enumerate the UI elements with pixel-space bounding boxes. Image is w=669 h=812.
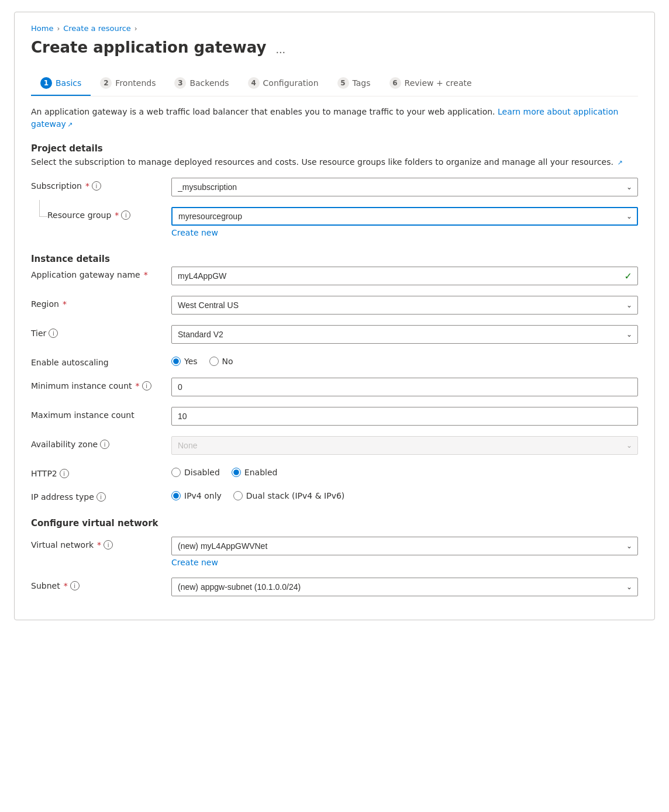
ip-ipv4-radio[interactable] [171,491,181,500]
subscription-info-icon[interactable]: i [92,181,101,191]
tab-configuration-number: 4 [248,77,260,89]
http2-enabled-option[interactable]: Enabled [232,468,278,477]
tab-backends[interactable]: 3 Backends [165,71,238,96]
gateway-name-input[interactable] [171,267,638,285]
subscription-label: Subscription * i [31,178,171,191]
http2-enabled-label: Enabled [244,468,278,477]
vnet-required: * [97,540,101,550]
http2-info-icon[interactable]: i [60,469,69,478]
breadcrumb: Home › Create a resource › [31,24,638,33]
http2-disabled-radio[interactable] [171,468,181,477]
tabs-container: 1 Basics 2 Frontends 3 Backends 4 Config… [31,71,638,96]
http2-enabled-radio[interactable] [232,468,241,477]
vnet-info-icon[interactable]: i [104,540,113,550]
region-label: Region * [31,296,171,309]
http2-radio-group: Disabled Enabled [171,465,638,477]
subnet-required: * [64,581,68,590]
autoscaling-radio-group: Yes No [171,354,638,366]
ip-dualstack-option[interactable]: Dual stack (IPv4 & IPv6) [233,491,344,500]
max-count-label: Maximum instance count [31,407,171,420]
subnet-control: (new) appgw-subnet (10.1.0.0/24) ⌄ [171,578,638,596]
ellipsis-button[interactable]: ... [272,42,289,57]
autoscaling-yes-label: Yes [184,357,198,366]
tab-review-label: Review + create [405,78,472,88]
tab-review-number: 6 [389,77,401,89]
instance-details-heading: Instance details [31,254,638,264]
tier-control: Standard V2 ⌄ [171,325,638,344]
tab-configuration-label: Configuration [263,78,319,88]
autoscaling-no-label: No [222,357,233,366]
min-count-control [171,378,638,396]
tab-frontends[interactable]: 2 Frontends [91,71,165,96]
ip-ipv4-option[interactable]: IPv4 only [171,491,222,500]
gateway-name-input-wrapper: ✓ [171,267,638,285]
http2-label: HTTP2 i [31,465,171,478]
ip-address-type-label: IP address type i [31,489,171,502]
tier-dropdown-wrapper: Standard V2 ⌄ [171,325,638,344]
availability-zone-info-icon[interactable]: i [100,440,109,449]
ip-address-type-info-icon[interactable]: i [96,492,106,502]
autoscaling-yes-option[interactable]: Yes [171,357,198,366]
tab-basics[interactable]: 1 Basics [31,71,91,96]
tab-basics-number: 1 [40,77,52,89]
ip-ipv4-label: IPv4 only [184,491,222,500]
min-count-input[interactable] [171,378,638,396]
resource-group-required: * [115,210,119,220]
autoscaling-no-radio[interactable] [209,357,219,366]
http2-disabled-label: Disabled [184,468,220,477]
tab-backends-label: Backends [189,78,229,88]
gateway-name-label: Application gateway name * [31,267,171,279]
resource-group-create-new[interactable]: Create new [171,228,638,237]
tier-info-icon[interactable]: i [49,329,58,338]
tab-tags-number: 5 [337,77,349,89]
vnet-form: Virtual network * i (new) myL4AppGWVNet … [31,537,638,596]
tab-backends-number: 3 [174,77,186,89]
max-count-input[interactable] [171,407,638,426]
breadcrumb-home[interactable]: Home [31,24,53,33]
resource-group-dropdown[interactable]: myresourcegroup [171,207,638,226]
ip-dualstack-label: Dual stack (IPv4 & IPv6) [246,491,344,500]
autoscaling-yes-radio[interactable] [171,357,181,366]
subnet-dropdown[interactable]: (new) appgw-subnet (10.1.0.0/24) [171,578,638,596]
min-count-required: * [136,381,140,391]
project-details-form: Subscription * i _mysubscription ⌄ Resou… [31,178,638,237]
tab-tags-label: Tags [353,78,371,88]
http2-disabled-option[interactable]: Disabled [171,468,220,477]
gateway-name-required: * [144,270,148,279]
breadcrumb-sep2: › [135,25,137,33]
tab-configuration[interactable]: 4 Configuration [239,71,328,96]
vnet-dropdown[interactable]: (new) myL4AppGWVNet [171,537,638,555]
resource-group-label: Resource group * i [31,207,171,220]
availability-zone-dropdown-wrapper: None ⌄ [171,436,638,455]
breadcrumb-create-resource[interactable]: Create a resource [63,24,131,33]
ip-dualstack-radio[interactable] [233,491,243,500]
ip-address-type-radio-group: IPv4 only Dual stack (IPv4 & IPv6) [171,489,638,500]
tab-review-create[interactable]: 6 Review + create [380,71,481,96]
project-details-external-icon: ↗ [617,159,622,167]
tab-basics-label: Basics [56,78,81,88]
vnet-control: (new) myL4AppGWVNet ⌄ Create new [171,537,638,567]
tab-tags[interactable]: 5 Tags [328,71,380,96]
page-title: Create application gateway [31,39,266,56]
max-count-control [171,407,638,426]
vnet-create-new[interactable]: Create new [171,558,638,567]
project-details-desc: Select the subscription to manage deploy… [31,156,638,168]
resource-group-control: myresourcegroup ⌄ Create new [171,207,638,237]
vnet-heading: Configure virtual network [31,518,638,528]
resource-group-info-icon[interactable]: i [121,210,130,220]
availability-zone-dropdown[interactable]: None [171,436,638,455]
subnet-label: Subnet * i [31,578,171,590]
subscription-dropdown-wrapper: _mysubscription ⌄ [171,178,638,196]
breadcrumb-sep1: › [57,25,60,33]
min-count-label: Minimum instance count * i [31,378,171,391]
availability-zone-label: Availability zone i [31,436,171,449]
tier-label: Tier i [31,325,171,338]
external-link-icon: ↗ [67,121,73,129]
tier-dropdown[interactable]: Standard V2 [171,325,638,344]
region-dropdown[interactable]: West Central US [171,296,638,315]
subnet-info-icon[interactable]: i [70,581,80,590]
autoscaling-no-option[interactable]: No [209,357,233,366]
min-count-info-icon[interactable]: i [142,381,151,391]
subscription-dropdown[interactable]: _mysubscription [171,178,638,196]
tab-frontends-number: 2 [100,77,112,89]
